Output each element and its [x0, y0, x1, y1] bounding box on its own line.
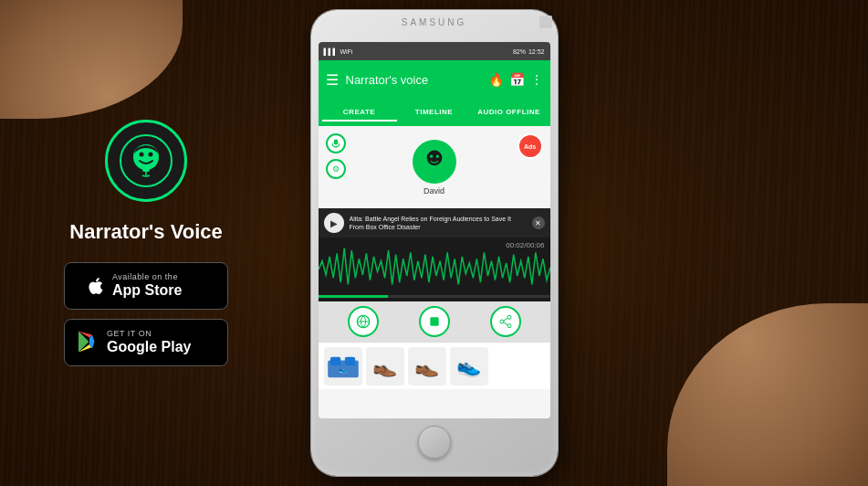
notification-close-btn[interactable]: ✕ [532, 217, 545, 229]
store-badges: Available on the App Store GET IT ON Goo… [64, 262, 228, 366]
svg-rect-21 [330, 356, 340, 364]
battery-level: 82% [513, 48, 526, 55]
avatar-mic-btn[interactable] [326, 133, 346, 153]
signal-icon: ▌▌▌ [324, 48, 338, 55]
svg-rect-14 [430, 317, 438, 325]
clock-display: 12:52 [528, 48, 545, 55]
translate-btn[interactable] [348, 306, 379, 337]
apple-small-text: Available on the [112, 272, 182, 281]
more-options-icon[interactable]: ⋮ [530, 72, 543, 87]
waveform-area: 00:02/00:06 [319, 238, 550, 301]
status-bar: ▌▌▌ WiFi 82% 12:52 [319, 42, 550, 60]
avatar-name: David [424, 186, 444, 195]
tab-audio-offline[interactable]: AUDIO OFFLINE [472, 104, 547, 122]
svg-line-19 [503, 322, 507, 325]
svg-point-3 [149, 153, 153, 157]
avatar-image[interactable] [413, 140, 456, 184]
stop-btn[interactable] [419, 306, 450, 337]
apple-big-text: App Store [112, 281, 182, 299]
time-display: 00:02/00:06 [506, 241, 544, 249]
svg-point-11 [435, 154, 438, 157]
left-panel: Narrator's Voice Available on the App St… [0, 0, 292, 486]
samsung-label: SAMSUNG [402, 17, 467, 27]
google-play-icon [76, 330, 98, 355]
app-name-label: Narrator's Voice [69, 220, 222, 244]
app-header-title: Narrator's voice [346, 73, 481, 87]
apple-logo-svg [85, 275, 103, 297]
notification-strip: ▶ Alita: Battle Angel Relies on Foreign … [319, 208, 550, 238]
narrator-logo-svg [119, 133, 173, 188]
google-play-badge[interactable]: GET IT ON Google Play [64, 319, 228, 366]
menu-icon[interactable]: ☰ [326, 71, 339, 89]
status-right-icons: 82% 12:52 [513, 48, 545, 55]
phone-body: SAMSUNG ▌▌▌ WiFi 82% 12:52 ☰ Narrator's … [311, 10, 558, 476]
avatar-settings-btn[interactable]: ⚙ [326, 159, 346, 179]
calendar-icon[interactable]: 📅 [509, 72, 525, 87]
notification-play-btn[interactable]: ▶ [324, 213, 344, 233]
sticker-item-3[interactable]: 👞 [408, 347, 446, 386]
svg-rect-4 [142, 168, 150, 172]
apple-badge-text: Available on the App Store [112, 272, 182, 299]
svg-point-15 [507, 315, 511, 319]
svg-point-16 [500, 320, 504, 323]
phone-container: SAMSUNG ▌▌▌ WiFi 82% 12:52 ☰ Narrator's … [311, 10, 558, 476]
ads-badge: Ads [518, 133, 543, 159]
wifi-icon: WiFi [340, 48, 352, 55]
tabs-bar: CREATE TIMELINE AUDIO OFFLINE [319, 99, 550, 126]
flame-icon[interactable]: 🔥 [488, 72, 504, 87]
apple-store-badge[interactable]: Available on the App Store [64, 262, 228, 310]
svg-rect-22 [344, 356, 354, 364]
svg-point-17 [507, 324, 511, 328]
notification-text: Alita: Battle Angel Relies on Foreign Au… [350, 215, 527, 231]
tab-timeline[interactable]: TIMELINE [397, 104, 472, 122]
app-logo [105, 120, 187, 202]
avatar-section: ⚙ Ads David [319, 126, 550, 208]
svg-rect-6 [333, 140, 338, 145]
phone-screen: ▌▌▌ WiFi 82% 12:52 ☰ Narrator's voice 🔥 … [319, 42, 550, 418]
header-action-icons: 🔥 📅 ⋮ [488, 72, 543, 87]
tab-create[interactable]: CREATE [322, 104, 397, 122]
google-big-text: Google Play [107, 338, 191, 355]
progress-fill [319, 295, 388, 298]
svg-line-18 [503, 318, 507, 321]
google-badge-text: GET IT ON Google Play [107, 329, 191, 355]
google-small-text: GET IT ON [107, 329, 191, 338]
settings-icon: ⚙ [332, 164, 340, 174]
avatar-left-controls: ⚙ [326, 133, 346, 179]
status-left-icons: ▌▌▌ WiFi [324, 48, 353, 55]
sticker-item-4[interactable]: 👟 [450, 347, 488, 386]
svg-point-10 [430, 154, 433, 157]
sticker-item-1[interactable]: 👟 [324, 347, 362, 386]
sticker-area: 👟 👞 👞 👟 [319, 342, 550, 389]
share-btn[interactable] [490, 306, 521, 337]
app-header: ☰ Narrator's voice 🔥 📅 ⋮ [319, 60, 550, 99]
sticker-item-2[interactable]: 👞 [366, 347, 404, 386]
controls-bar [319, 301, 550, 342]
svg-point-2 [140, 153, 144, 157]
phone-home-button[interactable] [418, 426, 451, 459]
svg-text:👟: 👟 [339, 364, 348, 373]
progress-track[interactable] [319, 295, 550, 298]
